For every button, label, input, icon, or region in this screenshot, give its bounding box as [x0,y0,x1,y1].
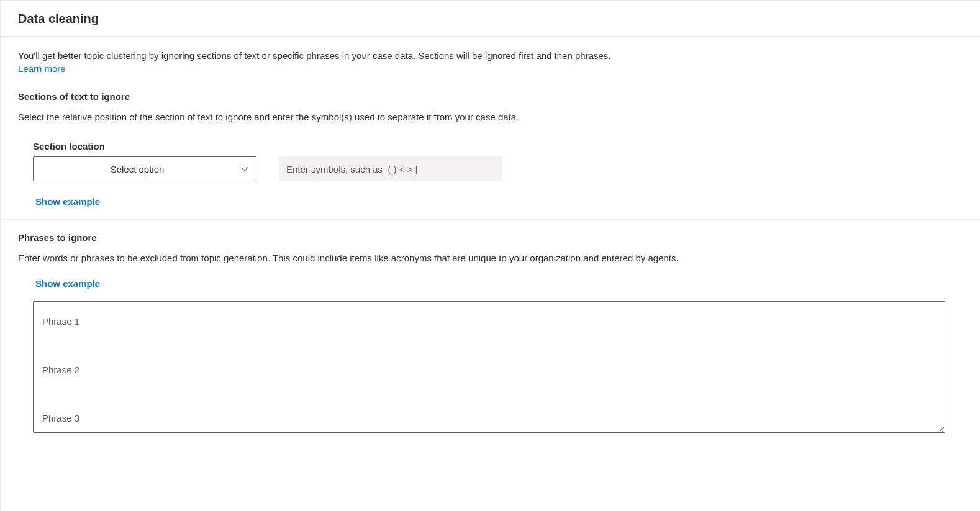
panel-content: You'll get better topic clustering by ig… [1,37,980,435]
section-form-row: Section location Select option [18,141,963,181]
phrases-description: Enter words or phrases to be excluded fr… [18,251,813,266]
sections-show-example-link[interactable]: Show example [18,196,100,207]
phrases-show-example-link[interactable]: Show example [18,278,100,289]
section-location-select-wrapper: Select option [33,156,256,181]
phrases-section: Phrases to ignore Enter words or phrases… [18,220,963,435]
phrases-heading: Phrases to ignore [18,232,963,243]
data-cleaning-panel: Data cleaning You'll get better topic cl… [0,0,980,511]
symbols-group [279,156,502,181]
section-location-label: Section location [33,141,256,151]
section-location-select[interactable]: Select option [33,156,256,181]
learn-more-link[interactable]: Learn more [18,63,66,74]
sections-heading: Sections of text to ignore [18,91,963,102]
phrases-textarea[interactable] [33,301,945,433]
sections-description: Select the relative position of the sect… [18,111,963,124]
symbols-input[interactable] [279,156,502,181]
phrases-textarea-wrapper [18,301,963,435]
page-title: Data cleaning [18,12,963,26]
intro-description: You'll get better topic clustering by ig… [18,49,963,62]
panel-header: Data cleaning [1,1,980,37]
section-location-group: Section location Select option [33,141,256,181]
